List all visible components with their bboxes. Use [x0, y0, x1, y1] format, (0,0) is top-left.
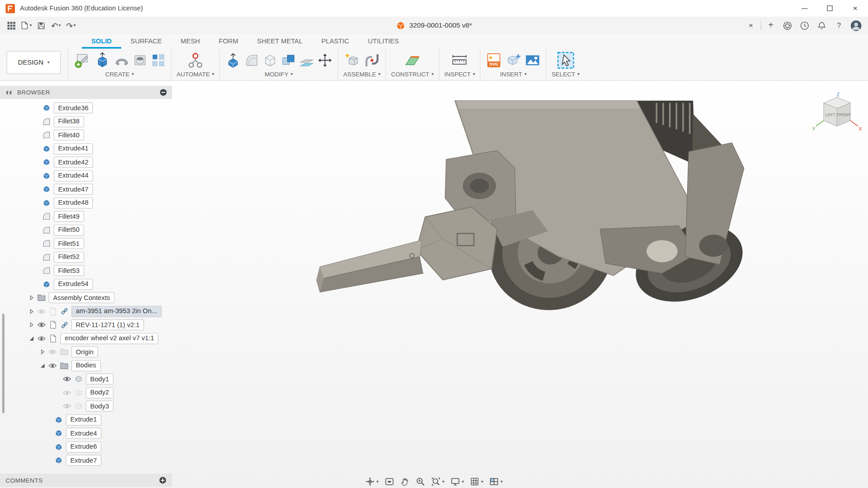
joint-icon[interactable]	[364, 52, 381, 68]
maximize-button[interactable]	[817, 0, 842, 17]
display-settings-button[interactable]: ▾	[451, 477, 464, 487]
tree-item-label[interactable]: Fillet51	[54, 238, 84, 249]
tree-row[interactable]: Fillet51	[0, 237, 172, 250]
tree-item-label[interactable]: Extrude44	[54, 170, 93, 181]
tree-row[interactable]: REV-11-1271 (1) v2:1	[0, 318, 172, 332]
close-button[interactable]: ×	[843, 0, 868, 17]
tab-plastic[interactable]: PLASTIC	[312, 34, 359, 49]
visibility-off-icon[interactable]	[62, 402, 71, 411]
tree-row[interactable]: Fillet53	[0, 264, 172, 277]
document-tab[interactable]: 3209-0001-0005 v8*	[396, 21, 472, 30]
tree-row[interactable]: am-3951 am-3953 2in On...	[0, 305, 172, 318]
new-component-icon[interactable]	[344, 51, 361, 69]
expander-collapsed-icon[interactable]	[29, 309, 34, 314]
tree-item-label[interactable]: am-3951 am-3953 2in On...	[71, 306, 161, 317]
redo-button[interactable]: ↷▾	[64, 19, 77, 32]
tree-item-label[interactable]: Body2	[86, 387, 113, 398]
tab-solid[interactable]: SOLID	[82, 34, 121, 49]
tree-row[interactable]: Extrude41	[0, 142, 172, 155]
new-document-tab-button[interactable]: +	[765, 20, 777, 30]
visibility-on-icon[interactable]	[37, 320, 46, 329]
automate-icon[interactable]	[187, 51, 204, 69]
canvas-icon[interactable]	[524, 52, 541, 68]
undo-button[interactable]: ↶▾	[49, 19, 62, 32]
tree-item-label[interactable]: Extrude4	[66, 428, 101, 439]
tree-item-label[interactable]: Origin	[71, 347, 98, 357]
tab-sheet-metal[interactable]: SHEET METAL	[248, 34, 312, 49]
group-label-insert[interactable]: INSERT▾	[500, 71, 527, 78]
tree-row[interactable]: Fillet38	[0, 115, 172, 128]
zoom-button[interactable]	[416, 477, 425, 487]
tab-surface[interactable]: SURFACE	[121, 34, 171, 49]
browser-scrollbar[interactable]	[2, 314, 5, 413]
tree-item-label[interactable]: Extrude54	[54, 279, 93, 290]
tree-item-label[interactable]: Extrude41	[54, 143, 93, 154]
tree-item-label[interactable]: Body1	[86, 374, 113, 385]
tree-item-label[interactable]: Fillet40	[54, 130, 84, 141]
visibility-off-icon[interactable]	[62, 388, 71, 397]
tree-row[interactable]: Fillet40	[0, 128, 172, 142]
tree-item-label[interactable]: REV-11-1271 (1) v2:1	[71, 319, 144, 330]
group-label-select[interactable]: SELECT▾	[552, 71, 580, 78]
select-icon[interactable]	[556, 51, 575, 70]
expander-collapsed-icon[interactable]	[29, 295, 34, 300]
visibility-off-icon[interactable]	[37, 307, 46, 316]
press-pull-icon[interactable]	[225, 52, 241, 68]
tree-item-label[interactable]: Fillet50	[54, 225, 84, 235]
visibility-on-icon[interactable]	[62, 375, 71, 384]
notifications-bell-icon[interactable]	[815, 19, 828, 32]
tree-row[interactable]: Assembly Contexts	[0, 291, 172, 305]
tab-form[interactable]: FORM	[209, 34, 248, 49]
tree-row[interactable]: Extrude42	[0, 155, 172, 169]
extensions-icon[interactable]	[781, 19, 794, 32]
fit-button[interactable]: ▾	[431, 477, 444, 487]
browser-collapse-all-icon[interactable]	[160, 89, 167, 96]
group-label-modify[interactable]: MODIFY▾	[265, 71, 293, 78]
shell-icon[interactable]	[263, 52, 278, 68]
insert-svg-icon[interactable]: SVG	[486, 52, 502, 68]
combine-icon[interactable]	[281, 52, 296, 68]
tree-row[interactable]: Fillet50	[0, 223, 172, 237]
tree-row[interactable]: Extrude54	[0, 277, 172, 291]
visibility-on-icon[interactable]	[37, 334, 46, 343]
tree-item-label[interactable]: Extrude42	[54, 157, 93, 168]
tab-mesh[interactable]: MESH	[171, 34, 209, 49]
pan-button[interactable]	[400, 477, 410, 487]
expander-collapsed-icon[interactable]	[29, 322, 34, 328]
file-menu-button[interactable]: ▾	[19, 19, 33, 32]
viewcube[interactable]: Z LEFT FRONT Y X	[811, 91, 864, 140]
tree-row[interactable]: Fillet52	[0, 250, 172, 264]
tree-row[interactable]: Extrude6	[0, 440, 172, 454]
tree-item-label[interactable]: Fillet52	[54, 252, 84, 263]
group-label-assemble[interactable]: ASSEMBLE▾	[343, 71, 380, 78]
tree-item-label[interactable]: Extrude6	[66, 441, 101, 452]
tree-item-label[interactable]: Assembly Contexts	[49, 292, 114, 303]
tree-item-label[interactable]: Body3	[86, 401, 113, 412]
tree-row[interactable]: Extrude36	[0, 101, 172, 115]
move-icon[interactable]	[317, 52, 333, 68]
group-label-inspect[interactable]: INSPECT▾	[444, 71, 475, 78]
tree-row[interactable]: encoder wheel v2 axel v7 v1:1	[0, 332, 172, 345]
expander-expanded-icon[interactable]	[40, 363, 45, 368]
grid-settings-button[interactable]: ▾	[470, 477, 483, 487]
group-label-create[interactable]: CREATE▾	[105, 71, 134, 78]
look-at-button[interactable]	[385, 477, 394, 487]
viewports-button[interactable]: ▾	[489, 477, 502, 487]
group-label-automate[interactable]: AUTOMATE▾	[177, 71, 214, 78]
expander-collapsed-icon[interactable]	[40, 349, 45, 355]
tree-item-label[interactable]: Extrude47	[54, 184, 93, 195]
revolve-icon[interactable]	[114, 52, 129, 68]
save-button[interactable]	[34, 19, 47, 32]
tree-item-label[interactable]: Extrude36	[54, 103, 93, 113]
workspace-switcher[interactable]: DESIGN ▾	[7, 51, 61, 74]
create-sketch-icon[interactable]	[73, 51, 91, 69]
fillet-icon[interactable]	[244, 52, 259, 68]
tree-row[interactable]: Body2	[0, 386, 172, 399]
tree-row[interactable]: Extrude47	[0, 183, 172, 196]
tree-row[interactable]: Extrude44	[0, 169, 172, 183]
app-grid-icon[interactable]	[5, 19, 18, 32]
tree-item-label[interactable]: Bodies	[71, 360, 101, 371]
tree-row[interactable]: Extrude48	[0, 196, 172, 210]
tree-row[interactable]: Origin	[0, 345, 172, 359]
visibility-off-icon[interactable]	[48, 347, 57, 357]
